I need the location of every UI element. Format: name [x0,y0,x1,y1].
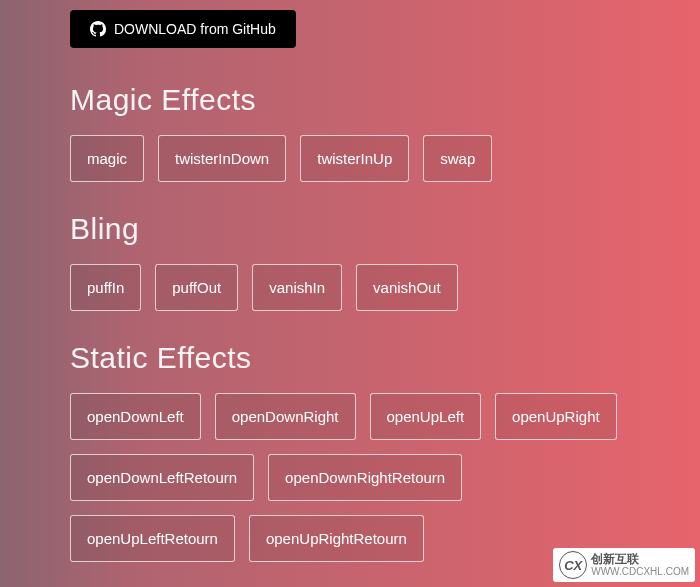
watermark: CX 创新互联 WWW.CDCXHL.COM [553,548,695,582]
watermark-text: 创新互联 WWW.CDCXHL.COM [591,553,689,577]
section-static-effects: Static Effects openDownLeft openDownRigh… [70,341,630,562]
watermark-line2: WWW.CDCXHL.COM [591,566,689,577]
effect-openupleftretourn-button[interactable]: openUpLeftRetourn [70,515,235,562]
effect-opendownright-button[interactable]: openDownRight [215,393,356,440]
section-bling: Bling puffIn puffOut vanishIn vanishOut [70,212,630,311]
download-button[interactable]: DOWNLOAD from GitHub [70,10,296,48]
effect-twisterinup-button[interactable]: twisterInUp [300,135,409,182]
effect-opendownrightretourn-button[interactable]: openDownRightRetourn [268,454,462,501]
effect-twisterindown-button[interactable]: twisterInDown [158,135,286,182]
button-row: puffIn puffOut vanishIn vanishOut [70,264,630,311]
watermark-logo: CX [559,551,587,579]
button-row: openDownLeft openDownRight openUpLeft op… [70,393,630,562]
section-magic-effects: Magic Effects magic twisterInDown twiste… [70,83,630,182]
effect-vanishin-button[interactable]: vanishIn [252,264,342,311]
effect-puffin-button[interactable]: puffIn [70,264,141,311]
effect-openupleft-button[interactable]: openUpLeft [370,393,482,440]
button-row: magic twisterInDown twisterInUp swap [70,135,630,182]
section-title: Bling [70,212,630,246]
effect-puffout-button[interactable]: puffOut [155,264,238,311]
github-icon [90,21,106,37]
section-title: Static Effects [70,341,630,375]
effect-vanishout-button[interactable]: vanishOut [356,264,458,311]
download-label: DOWNLOAD from GitHub [114,21,276,37]
effect-openupright-button[interactable]: openUpRight [495,393,617,440]
section-title: Magic Effects [70,83,630,117]
watermark-line1: 创新互联 [591,553,689,566]
effect-swap-button[interactable]: swap [423,135,492,182]
effect-opendownleftretourn-button[interactable]: openDownLeftRetourn [70,454,254,501]
effect-openuprightretourn-button[interactable]: openUpRightRetourn [249,515,424,562]
effect-magic-button[interactable]: magic [70,135,144,182]
effect-opendownleft-button[interactable]: openDownLeft [70,393,201,440]
